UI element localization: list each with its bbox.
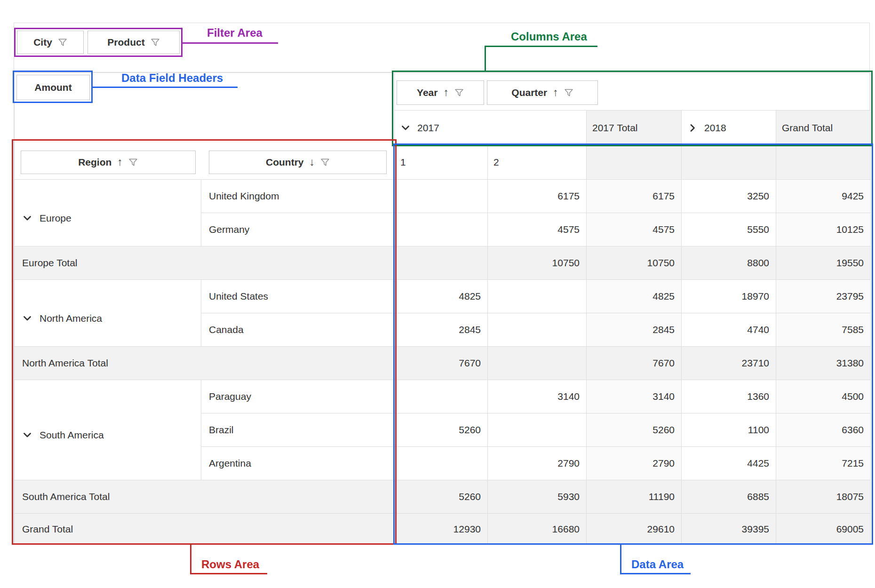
filter-field-city[interactable]: City xyxy=(17,31,84,54)
data-cell: 4825 xyxy=(395,280,488,313)
data-cell: 4575 xyxy=(488,213,587,246)
table-row: Europe United Kingdom 6175 6175 3250 942… xyxy=(15,180,871,213)
quarter-header-1: 1 xyxy=(395,145,488,180)
data-cell: 11190 xyxy=(587,480,682,514)
data-cell: 8800 xyxy=(682,246,776,280)
filter-icon[interactable] xyxy=(454,88,464,97)
data-cell xyxy=(395,180,488,213)
data-cell xyxy=(488,313,587,347)
filter-icon[interactable] xyxy=(320,158,330,167)
data-cell: 9425 xyxy=(776,180,871,213)
data-field-amount[interactable]: Amount xyxy=(16,75,90,100)
data-cell: 4740 xyxy=(682,313,776,347)
filter-icon[interactable] xyxy=(564,88,573,97)
data-cell: 12930 xyxy=(395,514,488,545)
row-group-europe[interactable]: Europe xyxy=(15,180,201,246)
data-cell: 3140 xyxy=(587,380,682,413)
column-header-2017[interactable]: 2017 xyxy=(395,111,587,145)
row-country: Germany xyxy=(201,213,395,246)
data-cell: 4825 xyxy=(587,280,682,313)
filter-icon[interactable] xyxy=(128,158,138,167)
rows-area-connector-line xyxy=(190,545,191,574)
data-cell: 10750 xyxy=(587,246,682,280)
data-cell: 18075 xyxy=(776,480,871,514)
quarter-header-2: 2 xyxy=(488,145,587,180)
row-group-north-america[interactable]: North America xyxy=(15,280,201,347)
data-cell: 23795 xyxy=(776,280,871,313)
row-total-label: South America Total xyxy=(15,480,395,514)
data-cell: 39395 xyxy=(682,514,776,545)
data-cell: 16680 xyxy=(488,514,587,545)
page: City Product xyxy=(0,0,875,588)
data-cell: 29610 xyxy=(587,514,682,545)
sort-desc-icon: ↓ xyxy=(310,157,315,167)
column-header-2018[interactable]: 2018 xyxy=(682,111,776,145)
row-group-south-america[interactable]: South America xyxy=(15,380,201,480)
data-cell: 19550 xyxy=(776,246,871,280)
filter-field-city-label: City xyxy=(33,37,52,48)
data-cell xyxy=(395,246,488,280)
data-field-amount-label: Amount xyxy=(34,82,72,93)
column-header-2017-total: 2017 Total xyxy=(587,111,682,145)
data-cell xyxy=(488,347,587,380)
row-total-label: Europe Total xyxy=(15,246,395,280)
column-fields-row: Amount Region ↑ xyxy=(15,73,871,111)
empty-header-cell xyxy=(587,145,682,180)
filter-field-product[interactable]: Product xyxy=(88,31,180,54)
filter-field-product-label: Product xyxy=(107,37,144,48)
data-cell: 6175 xyxy=(587,180,682,213)
grand-total-row: Grand Total 12930 16680 29610 39395 6900… xyxy=(15,514,871,545)
data-cell xyxy=(488,413,587,447)
data-cell: 10125 xyxy=(776,213,871,246)
column-header-grand-total: Grand Total xyxy=(776,111,871,145)
data-cell: 18970 xyxy=(682,280,776,313)
data-cell: 7670 xyxy=(587,347,682,380)
sort-asc-icon: ↑ xyxy=(117,157,123,167)
pivot-table: Amount Region ↑ xyxy=(14,72,871,545)
empty-header-cell xyxy=(776,145,871,180)
row-country: United States xyxy=(201,280,395,313)
row-area-header-cell: Amount Region ↑ xyxy=(15,73,395,180)
data-cell: 5550 xyxy=(682,213,776,246)
expand-chevron-icon[interactable] xyxy=(687,123,698,133)
data-cell: 23710 xyxy=(682,347,776,380)
row-country: United Kingdom xyxy=(201,180,395,213)
data-cell: 5260 xyxy=(395,413,488,447)
data-cell: 7215 xyxy=(776,447,871,480)
filter-icon[interactable] xyxy=(151,38,160,47)
data-cell: 1360 xyxy=(682,380,776,413)
column-field-quarter[interactable]: Quarter ↑ xyxy=(487,80,598,105)
data-cell: 7585 xyxy=(776,313,871,347)
data-cell: 6360 xyxy=(776,413,871,447)
total-row: Europe Total 10750 10750 8800 19550 xyxy=(15,246,871,280)
collapse-chevron-icon[interactable] xyxy=(400,123,411,133)
column-field-year[interactable]: Year ↑ xyxy=(397,80,484,105)
data-cell: 31380 xyxy=(776,347,871,380)
total-row: North America Total 7670 7670 23710 3138… xyxy=(15,347,871,380)
data-area-connector-line xyxy=(620,545,621,574)
data-cell: 4425 xyxy=(682,447,776,480)
column-field-year-label: Year xyxy=(417,87,438,98)
row-country: Canada xyxy=(201,313,395,347)
row-field-region[interactable]: Region ↑ xyxy=(21,151,196,174)
data-cell: 5260 xyxy=(395,480,488,514)
region-label: Europe xyxy=(40,213,72,224)
collapse-chevron-icon[interactable] xyxy=(22,213,32,223)
pivot-grid: City Product xyxy=(14,23,870,544)
column-fields-cell: Year ↑ Quarter ↑ xyxy=(395,73,871,111)
row-country: Paraguay xyxy=(201,380,395,413)
data-cell: 2790 xyxy=(488,447,587,480)
collapse-chevron-icon[interactable] xyxy=(22,313,32,324)
data-cell: 10750 xyxy=(488,246,587,280)
row-field-country[interactable]: Country ↓ xyxy=(209,151,387,174)
row-country: Argentina xyxy=(201,447,395,480)
region-label: North America xyxy=(40,313,102,324)
data-area-annotation-label: Data Area xyxy=(631,558,684,571)
region-label: South America xyxy=(40,429,104,441)
collapse-chevron-icon[interactable] xyxy=(22,430,32,440)
row-country: Brazil xyxy=(201,413,395,447)
filter-icon[interactable] xyxy=(58,38,67,47)
column-header-2017-label: 2017 xyxy=(417,122,439,134)
column-header-2018-label: 2018 xyxy=(704,122,726,134)
data-cell: 4500 xyxy=(776,380,871,413)
